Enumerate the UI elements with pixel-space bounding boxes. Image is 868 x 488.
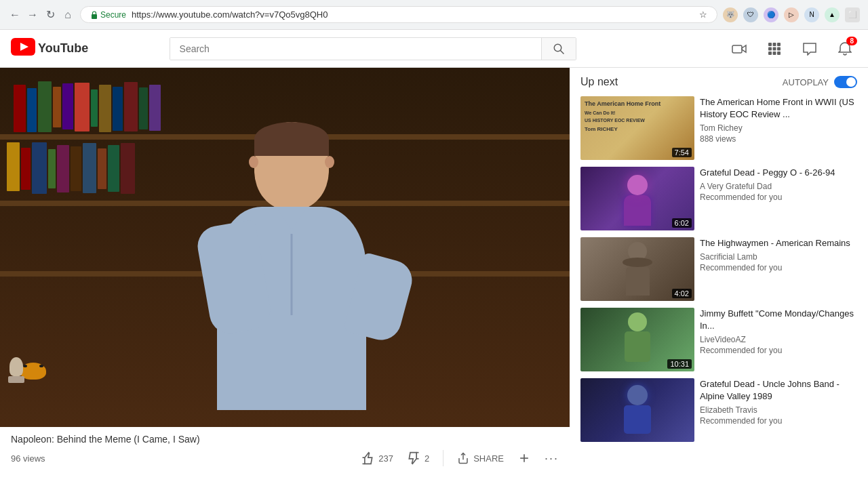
forward-button[interactable]: → — [26, 8, 39, 22]
card-meta: Recommended for you — [700, 416, 857, 426]
card-channel: Elizabeth Travis — [700, 405, 857, 415]
card-channel: LiveVideoAZ — [700, 335, 857, 344]
video-thumbnail — [580, 378, 694, 442]
video-card-info: Jimmy Buffett "Come Monday/Changes In...… — [700, 308, 857, 371]
list-item[interactable]: 6:02 Grateful Dead - Peggy O - 6-26-94 A… — [580, 167, 857, 230]
more-options-button[interactable]: ··· — [545, 451, 559, 466]
url-display: https://www.youtube.com/watch?v=v7Qo5vg8… — [132, 9, 694, 20]
browser-extensions: 🐺 🛡 🔵 ▷ N ▲ ⬜ — [723, 7, 860, 22]
home-button[interactable]: ⌂ — [61, 8, 75, 22]
card-title: The Highwaymen - American Remains — [700, 237, 857, 249]
card-meta: 888 views — [700, 134, 857, 144]
svg-rect-13 — [768, 52, 772, 55]
video-thumbnail: The American Home Front We Can Do It! US… — [580, 96, 694, 160]
card-channel: A Very Grateful Dad — [700, 182, 857, 191]
ext-icon-3[interactable]: 🔵 — [764, 7, 778, 22]
youtube-logo-icon — [11, 38, 35, 60]
ext-icon-7[interactable]: ⬜ — [845, 7, 860, 22]
card-title: Grateful Dead - Uncle Johns Band - Alpin… — [700, 378, 857, 403]
autoplay-section: AUTOPLAY — [783, 76, 857, 88]
svg-line-4 — [560, 50, 564, 54]
share-icon — [457, 452, 469, 464]
list-item[interactable]: The American Home Front We Can Do It! US… — [580, 96, 857, 160]
duration-badge: 10:31 — [667, 359, 692, 369]
browser-chrome: ← → ↻ ⌂ Secure https://www.youtube.com/w… — [0, 0, 868, 30]
video-card-info: The Highwaymen - American Remains Sacrif… — [700, 237, 857, 301]
youtube-header: YouTube — [0, 30, 868, 68]
up-next-header: Up next AUTOPLAY — [580, 76, 857, 88]
add-to-playlist-button[interactable] — [517, 451, 531, 465]
dislike-button[interactable]: 2 — [407, 451, 429, 465]
youtube-logo[interactable]: YouTube — [11, 38, 88, 60]
refresh-button[interactable]: ↻ — [43, 8, 57, 22]
ext-icon-4[interactable]: ▷ — [784, 7, 799, 22]
bookmark-icon[interactable]: ☆ — [699, 9, 707, 20]
video-info: Napoleon: Behind the Meme (I Came, I Saw… — [0, 427, 570, 488]
video-thumbnail: 4:02 — [580, 237, 694, 301]
notification-badge: 8 — [846, 37, 857, 45]
back-button[interactable]: ← — [8, 8, 22, 22]
secure-badge: Secure — [90, 10, 126, 20]
svg-rect-15 — [777, 52, 781, 55]
card-title: Grateful Dead - Peggy O - 6-26-94 — [700, 167, 857, 179]
svg-rect-0 — [92, 14, 97, 19]
video-title: Napoleon: Behind the Meme (I Came, I Saw… — [11, 434, 559, 445]
video-thumbnail: 6:02 — [580, 167, 694, 230]
view-count: 96 views — [11, 453, 45, 464]
list-item[interactable]: Grateful Dead - Uncle Johns Band - Alpin… — [580, 378, 857, 442]
list-item[interactable]: 4:02 The Highwaymen - American Remains S… — [580, 237, 857, 301]
add-icon — [517, 451, 531, 465]
youtube-logo-text: YouTube — [38, 41, 88, 56]
notifications-icon-btn[interactable]: 8 — [833, 37, 857, 61]
header-icons: 8 — [727, 37, 857, 61]
duration-badge: 6:02 — [672, 218, 692, 228]
address-bar[interactable]: Secure https://www.youtube.com/watch?v=v… — [80, 6, 717, 23]
svg-rect-5 — [732, 45, 742, 53]
svg-point-3 — [554, 44, 561, 52]
list-item[interactable]: 10:31 Jimmy Buffett "Come Monday/Changes… — [580, 308, 857, 371]
card-title: The American Home Front in WWII (US Hist… — [700, 96, 857, 121]
up-next-label: Up next — [580, 76, 618, 88]
camera-icon-btn[interactable] — [727, 37, 751, 61]
svg-rect-12 — [777, 47, 781, 50]
video-player[interactable] — [0, 68, 570, 427]
duration-badge: 4:02 — [672, 289, 692, 298]
video-card-info: Grateful Dead - Uncle Johns Band - Alpin… — [700, 378, 857, 442]
main-content: Napoleon: Behind the Meme (I Came, I Saw… — [0, 68, 868, 488]
duration-badge: 7:54 — [672, 148, 692, 157]
autoplay-toggle[interactable] — [834, 76, 857, 88]
apps-icon-btn[interactable] — [762, 37, 787, 61]
svg-marker-6 — [742, 45, 746, 52]
ext-icon-1[interactable]: 🐺 — [723, 7, 738, 22]
svg-rect-11 — [772, 47, 776, 50]
card-meta: Recommended for you — [700, 263, 857, 272]
svg-rect-10 — [768, 47, 772, 50]
chat-icon-btn[interactable] — [797, 37, 822, 61]
card-channel: Sacrificial Lamb — [700, 252, 857, 262]
video-card-info: The American Home Front in WWII (US Hist… — [700, 96, 857, 160]
video-meta: 96 views 237 2 SHARE — [11, 450, 559, 466]
card-meta: Recommended for you — [700, 346, 857, 355]
ext-icon-5[interactable]: N — [804, 7, 819, 22]
svg-rect-8 — [772, 43, 776, 46]
search-icon — [553, 43, 565, 55]
sidebar: Up next AUTOPLAY The American Home Front… — [570, 68, 868, 488]
svg-rect-7 — [768, 43, 772, 46]
card-channel: Tom Richey — [700, 123, 857, 133]
video-area: Napoleon: Behind the Meme (I Came, I Saw… — [0, 68, 570, 488]
video-frame — [0, 68, 570, 427]
like-button[interactable]: 237 — [361, 451, 393, 465]
video-actions: 237 2 SHARE ··· — [361, 450, 559, 466]
search-input[interactable] — [170, 38, 541, 60]
thumbs-up-icon — [361, 451, 374, 465]
ext-icon-6[interactable]: ▲ — [825, 7, 840, 22]
search-button[interactable] — [541, 38, 576, 60]
svg-rect-14 — [772, 52, 776, 55]
video-thumbnail: 10:31 — [580, 308, 694, 371]
ext-icon-2[interactable]: 🛡 — [743, 7, 758, 22]
svg-rect-9 — [777, 43, 781, 46]
action-divider — [443, 450, 443, 466]
search-bar[interactable] — [170, 37, 576, 60]
thumbs-down-icon — [407, 451, 420, 465]
share-button[interactable]: SHARE — [457, 452, 504, 464]
